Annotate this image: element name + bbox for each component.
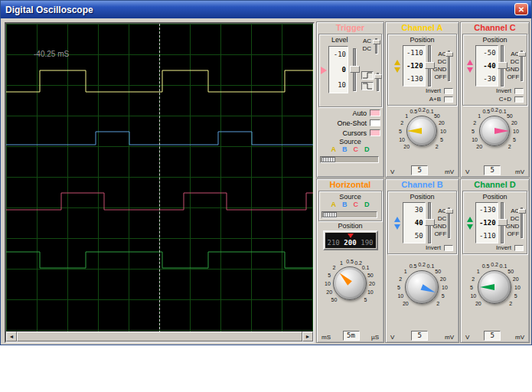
scroll-left-button[interactable]: ◄ bbox=[6, 332, 17, 341]
knob-scale-label: 2 bbox=[333, 265, 336, 270]
channel-b-position-thumb[interactable] bbox=[425, 219, 435, 226]
trigger-mode-cursors[interactable]: Cursors bbox=[318, 128, 382, 138]
channel-d-invert-switch[interactable] bbox=[514, 245, 524, 251]
trigger-level-slider-thumb[interactable] bbox=[350, 66, 360, 73]
knob-scale-label: 1 bbox=[340, 260, 343, 266]
channel-d-scale-display: 5 bbox=[484, 331, 501, 341]
dc-label: DC bbox=[506, 58, 520, 66]
channel-d-gain-knob[interactable]: V 5 mV 20105210.50.20.150201052 bbox=[462, 255, 527, 341]
channel-b-coupling-switch[interactable] bbox=[448, 207, 450, 238]
channel-c-position-thumb[interactable] bbox=[498, 62, 508, 69]
scroll-right-button[interactable]: ► bbox=[302, 332, 313, 341]
time-cursor[interactable] bbox=[159, 24, 160, 333]
knob-scale-label: 0.2 bbox=[418, 262, 426, 267]
channel-b-invert-row[interactable]: Invert bbox=[389, 243, 455, 252]
horizontal-source-thumb[interactable] bbox=[323, 212, 337, 217]
channel-b-coupling-thumb[interactable] bbox=[446, 209, 453, 214]
channel-b-position-arrows[interactable] bbox=[394, 217, 400, 230]
knob-scale-label: 2 bbox=[472, 276, 475, 281]
scope-scrollbar[interactable]: ◄ ► bbox=[6, 332, 313, 341]
trigger-edge-thumb[interactable] bbox=[374, 74, 382, 79]
trigger-edge-switch[interactable] bbox=[377, 73, 379, 91]
trigger-dc-label: DC bbox=[362, 45, 371, 53]
channel-a-invert-row[interactable]: Invert bbox=[389, 87, 455, 95]
channel-c-invert-row[interactable]: Invert bbox=[464, 87, 526, 95]
knob-face[interactable] bbox=[333, 266, 367, 300]
scrollbar-thumb[interactable] bbox=[17, 332, 302, 341]
channel-a-gain-knob[interactable]: V 5 mV 20105210.50.20.150201052 bbox=[387, 106, 457, 176]
oscilloscope-window: Digital Oscilloscope ✕ -40.25 mS ◄ ► Tri… bbox=[0, 0, 532, 345]
knob-scale-label: 0.1 bbox=[499, 109, 507, 114]
falling-edge-icon[interactable] bbox=[361, 82, 374, 90]
channel-a-position-thumb[interactable] bbox=[425, 62, 435, 69]
horizontal-source-slider[interactable] bbox=[321, 211, 377, 218]
channel-b-position-slider[interactable] bbox=[428, 202, 431, 243]
up-arrow-icon bbox=[394, 217, 400, 222]
channel-a-position-slider[interactable] bbox=[428, 45, 431, 87]
knob-scale-label: 10 bbox=[472, 136, 478, 142]
auto-indicator[interactable] bbox=[370, 109, 380, 116]
channel-c-sum-row[interactable]: C+D bbox=[464, 95, 526, 103]
knob-scale-label: 2 bbox=[436, 301, 439, 306]
unit-left-label: V bbox=[390, 334, 394, 341]
knob-scale-label: 50 bbox=[331, 296, 338, 302]
cursors-indicator[interactable] bbox=[370, 129, 380, 136]
knob-scale-label: 2 bbox=[508, 143, 511, 149]
channel-b-invert-switch[interactable] bbox=[444, 245, 453, 251]
knob-face[interactable] bbox=[478, 270, 511, 304]
trigger-coupling-thumb[interactable] bbox=[373, 40, 380, 44]
knob-scale-label: 10 bbox=[513, 129, 519, 134]
scope-display: -40.25 mS ◄ ► bbox=[5, 22, 315, 343]
channel-d-position-thumb[interactable] bbox=[498, 219, 508, 226]
invert-label: Invert bbox=[496, 87, 511, 94]
channel-b-gain-knob[interactable]: V 5 mV 20105210.50.20.150201052 bbox=[387, 255, 457, 341]
titlebar[interactable]: Digital Oscilloscope ✕ bbox=[1, 1, 531, 18]
ac-label: AC bbox=[506, 207, 520, 215]
channel-d-coupling-switch[interactable] bbox=[521, 207, 523, 238]
knob-scale-label: 20 bbox=[511, 120, 517, 126]
oneshot-label: One-Shot bbox=[337, 119, 367, 127]
channel-a-sum-row[interactable]: A+B bbox=[389, 95, 455, 103]
channel-c-panel: Channel C Position -50 -40 -30 bbox=[460, 21, 530, 178]
channel-c-coupling-switch[interactable] bbox=[521, 51, 523, 81]
channel-c-gain-knob[interactable]: V 5 mV 20105210.50.20.150201052 bbox=[462, 106, 527, 176]
position-value-current: -120 bbox=[403, 62, 423, 70]
trigger-mode-auto[interactable]: Auto bbox=[318, 108, 382, 118]
channel-a-position-arrows[interactable] bbox=[394, 60, 400, 73]
knob-face[interactable] bbox=[405, 270, 439, 304]
channel-c-position-arrows[interactable] bbox=[467, 60, 473, 73]
channel-a-sum-switch[interactable] bbox=[444, 96, 453, 103]
knob-scale-label: 5 bbox=[364, 296, 367, 302]
knob-face[interactable] bbox=[406, 116, 437, 146]
gnd-label: GND bbox=[433, 66, 447, 74]
unit-left-label: V bbox=[390, 168, 394, 175]
channel-a-coupling-thumb[interactable] bbox=[446, 52, 453, 57]
channel-a-invert-switch[interactable] bbox=[444, 88, 453, 94]
channel-b-title: Channel B bbox=[387, 180, 457, 190]
timebase-knob[interactable]: mS 5m µS 5020105210.50.20.15020105 bbox=[318, 251, 382, 341]
channel-c-coupling-thumb[interactable] bbox=[518, 52, 526, 57]
position-value: -130 bbox=[476, 206, 496, 214]
oneshot-indicator[interactable] bbox=[370, 119, 380, 126]
channel-c-invert-switch[interactable] bbox=[514, 88, 524, 94]
close-button[interactable]: ✕ bbox=[514, 3, 528, 15]
trigger-level-slider[interactable] bbox=[353, 48, 356, 91]
channel-c-sum-switch[interactable] bbox=[514, 96, 524, 103]
knob-face[interactable] bbox=[479, 116, 510, 146]
channel-a-coupling-switch[interactable] bbox=[448, 51, 450, 81]
channel-d-invert-row[interactable]: Invert bbox=[464, 243, 526, 252]
down-arrow-icon bbox=[394, 67, 400, 73]
trigger-mode-oneshot[interactable]: One-Shot bbox=[318, 118, 382, 128]
trigger-coupling-switch[interactable] bbox=[375, 38, 377, 54]
knob-scale-label: 0.5 bbox=[346, 259, 354, 264]
trigger-source-slider[interactable] bbox=[320, 156, 379, 163]
trigger-level-arrow-icon[interactable] bbox=[321, 67, 327, 74]
channel-d-coupling-thumb[interactable] bbox=[518, 209, 526, 214]
channel-d-position-arrows[interactable] bbox=[467, 217, 473, 230]
channel-c-position-slider[interactable] bbox=[501, 45, 504, 87]
source-b-label: B bbox=[342, 145, 348, 155]
rising-edge-icon[interactable] bbox=[361, 71, 374, 80]
auto-label: Auto bbox=[352, 109, 367, 117]
channel-d-position-slider[interactable] bbox=[501, 202, 504, 243]
trigger-source-thumb[interactable] bbox=[321, 157, 335, 162]
